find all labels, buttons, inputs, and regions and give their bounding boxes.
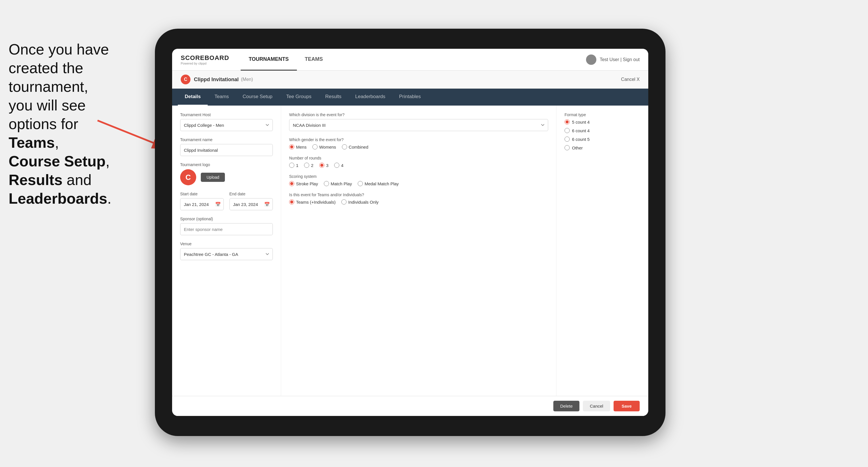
sponsor-input[interactable] bbox=[180, 223, 273, 235]
scoring-radio-group: Stroke Play Match Play Medal Match Play bbox=[289, 181, 548, 186]
division-label: Which division is the event for? bbox=[289, 113, 548, 117]
start-date-group: Start date 📅 bbox=[180, 192, 224, 210]
gender-group: Which gender is the event for? Mens Wome… bbox=[289, 137, 548, 150]
scoring-stroke-radio[interactable] bbox=[289, 181, 294, 186]
scoring-medal-match-label: Medal Match Play bbox=[365, 181, 399, 186]
format-5count4-radio[interactable] bbox=[564, 119, 570, 124]
end-date-group: End date 📅 bbox=[229, 192, 273, 210]
rounds-4-label: 4 bbox=[341, 163, 343, 168]
rounds-4-radio[interactable] bbox=[334, 163, 339, 168]
cancel-button[interactable]: Cancel bbox=[583, 401, 610, 411]
rounds-1[interactable]: 1 bbox=[289, 163, 298, 168]
tournament-host-label: Tournament Host bbox=[180, 113, 273, 117]
scoring-match[interactable]: Match Play bbox=[324, 181, 352, 186]
logo-title: SCOREBOARD bbox=[181, 54, 229, 62]
tab-printables[interactable]: Printables bbox=[392, 89, 428, 105]
rounds-3-label: 3 bbox=[326, 163, 329, 168]
tab-course-setup[interactable]: Course Setup bbox=[236, 89, 279, 105]
logo-upload-area: C Upload bbox=[180, 169, 273, 185]
format-6count5[interactable]: 6 count 5 bbox=[564, 136, 640, 142]
tab-tee-groups[interactable]: Tee Groups bbox=[279, 89, 318, 105]
start-date-wrap: 📅 bbox=[180, 198, 224, 210]
rounds-3-radio[interactable] bbox=[319, 163, 324, 168]
right-panel: Format type 5 count 4 6 count 4 6 count … bbox=[557, 105, 648, 396]
format-5count4[interactable]: 5 count 4 bbox=[564, 119, 640, 124]
gender-womens-radio[interactable] bbox=[312, 144, 317, 150]
scoring-match-radio[interactable] bbox=[324, 181, 329, 186]
rounds-2-radio[interactable] bbox=[304, 163, 309, 168]
nav-teams[interactable]: TEAMS bbox=[297, 49, 331, 70]
format-6count4[interactable]: 6 count 4 bbox=[564, 128, 640, 133]
format-other-radio[interactable] bbox=[564, 145, 570, 150]
gender-combined[interactable]: Combined bbox=[342, 144, 368, 150]
gender-womens[interactable]: Womens bbox=[312, 144, 336, 150]
user-avatar bbox=[586, 55, 596, 65]
left-panel: Tournament Host Clippd College - Men Tou… bbox=[172, 105, 281, 396]
rounds-label: Number of rounds bbox=[289, 156, 548, 160]
sponsor-label: Sponsor (optional) bbox=[180, 217, 273, 221]
format-other-label: Other bbox=[572, 146, 583, 150]
tab-details[interactable]: Details bbox=[178, 89, 208, 105]
tournament-name-input[interactable] bbox=[180, 144, 273, 156]
individuals-only-radio[interactable] bbox=[341, 199, 346, 205]
logo-letter: C bbox=[186, 173, 191, 182]
nav-tournaments[interactable]: TOURNAMENTS bbox=[241, 49, 297, 70]
user-area: Test User | Sign out bbox=[586, 55, 640, 65]
top-nav: SCOREBOARD Powered by clippd TOURNAMENTS… bbox=[172, 49, 648, 70]
division-select[interactable]: NCAA Division III bbox=[289, 119, 548, 131]
tab-leaderboards[interactable]: Leaderboards bbox=[348, 89, 392, 105]
rounds-group: Number of rounds 1 2 3 bbox=[289, 156, 548, 168]
gender-mens[interactable]: Mens bbox=[289, 144, 307, 150]
tab-teams[interactable]: Teams bbox=[208, 89, 236, 105]
format-other[interactable]: Other bbox=[564, 145, 640, 150]
rounds-1-radio[interactable] bbox=[289, 163, 294, 168]
rounds-3[interactable]: 3 bbox=[319, 163, 329, 168]
cancel-link[interactable]: Cancel X bbox=[621, 77, 640, 82]
venue-label: Venue bbox=[180, 242, 273, 246]
delete-button[interactable]: Delete bbox=[553, 401, 580, 411]
tab-results[interactable]: Results bbox=[318, 89, 348, 105]
individuals-radio-group: Teams (+Individuals) Individuals Only bbox=[289, 199, 548, 205]
division-group: Which division is the event for? NCAA Di… bbox=[289, 113, 548, 131]
breadcrumb-subtitle: (Men) bbox=[241, 77, 253, 82]
format-6count4-label: 6 count 4 bbox=[572, 128, 590, 133]
individuals-teams-radio[interactable] bbox=[289, 199, 294, 205]
individuals-label: Is this event for Teams and/or Individua… bbox=[289, 192, 548, 197]
venue-select[interactable]: Peachtree GC - Atlanta - GA bbox=[180, 248, 273, 260]
gender-combined-radio[interactable] bbox=[342, 144, 347, 150]
scoring-group: Scoring system Stroke Play Match Play bbox=[289, 174, 548, 186]
save-button[interactable]: Save bbox=[614, 401, 640, 411]
user-label[interactable]: Test User | Sign out bbox=[600, 57, 640, 62]
tablet-screen: SCOREBOARD Powered by clippd TOURNAMENTS… bbox=[172, 49, 648, 416]
format-6count4-radio[interactable] bbox=[564, 128, 570, 133]
scoring-medal-match-radio[interactable] bbox=[358, 181, 363, 186]
scoring-medal-match[interactable]: Medal Match Play bbox=[358, 181, 399, 186]
tablet-shell: SCOREBOARD Powered by clippd TOURNAMENTS… bbox=[155, 29, 665, 436]
middle-panel: Which division is the event for? NCAA Di… bbox=[281, 105, 557, 396]
tournament-logo-label: Tournament logo bbox=[180, 162, 273, 167]
venue-group: Venue Peachtree GC - Atlanta - GA bbox=[180, 242, 273, 260]
content-area: Tournament Host Clippd College - Men Tou… bbox=[172, 105, 648, 396]
rounds-2[interactable]: 2 bbox=[304, 163, 313, 168]
format-6count5-radio[interactable] bbox=[564, 136, 570, 142]
breadcrumb-title: Clippd Invitational bbox=[194, 76, 239, 83]
rounds-1-label: 1 bbox=[296, 163, 298, 168]
bottom-bar: Delete Cancel Save bbox=[172, 396, 648, 416]
sponsor-group: Sponsor (optional) bbox=[180, 217, 273, 235]
tournament-logo-group: Tournament logo C Upload bbox=[180, 162, 273, 185]
scoring-stroke[interactable]: Stroke Play bbox=[289, 181, 318, 186]
end-date-wrap: 📅 bbox=[229, 198, 273, 210]
individuals-teams[interactable]: Teams (+Individuals) bbox=[289, 199, 336, 205]
rounds-2-label: 2 bbox=[311, 163, 313, 168]
tournament-host-select[interactable]: Clippd College - Men bbox=[180, 119, 273, 131]
individuals-only-label: Individuals Only bbox=[348, 200, 379, 205]
start-date-label: Start date bbox=[180, 192, 224, 196]
upload-button[interactable]: Upload bbox=[201, 173, 225, 182]
gender-mens-radio[interactable] bbox=[289, 144, 294, 150]
rounds-4[interactable]: 4 bbox=[334, 163, 343, 168]
tournament-name-label: Tournament name bbox=[180, 137, 273, 142]
breadcrumb-icon: C bbox=[181, 74, 190, 84]
individuals-only[interactable]: Individuals Only bbox=[341, 199, 379, 205]
breadcrumb-icon-letter: C bbox=[184, 77, 187, 82]
rounds-radio-group: 1 2 3 4 bbox=[289, 163, 548, 168]
